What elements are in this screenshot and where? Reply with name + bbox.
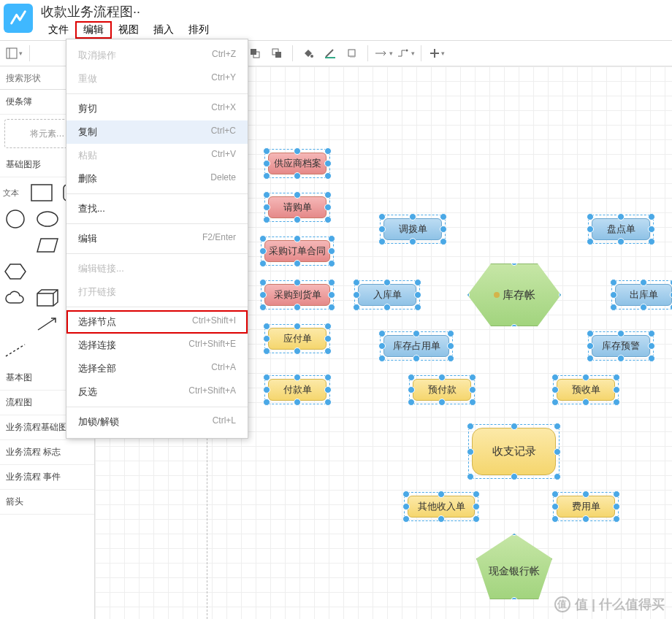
menu-item[interactable]: 删除Delete bbox=[66, 167, 248, 191]
menu-file[interactable]: 文件 bbox=[41, 22, 76, 38]
menu-item: 打开链接 bbox=[66, 280, 248, 304]
node-cash[interactable]: 现金银行帐 bbox=[476, 534, 552, 599]
menu-item[interactable]: 编辑F2/Enter bbox=[66, 227, 248, 250]
waypoint-dropdown[interactable] bbox=[396, 44, 415, 63]
node-inventory[interactable]: 库存帐 bbox=[467, 264, 561, 326]
watermark: 值值 | 什么值得买 bbox=[554, 596, 665, 613]
menu-edit[interactable]: 编辑 bbox=[76, 22, 111, 38]
node-payment[interactable]: 付款单 bbox=[268, 379, 327, 401]
node-otherin[interactable]: 其他收入单 bbox=[408, 496, 475, 518]
menu-item[interactable]: 反选Ctrl+Shift+A bbox=[66, 380, 248, 404]
edit-dropdown: 取消操作Ctrl+Z重做Ctrl+Y剪切Ctrl+X复制Ctrl+C粘贴Ctrl… bbox=[66, 39, 248, 439]
shape-rect[interactable] bbox=[29, 182, 54, 204]
toback-icon[interactable] bbox=[267, 44, 286, 63]
node-expense[interactable]: 费用单 bbox=[557, 496, 615, 518]
node-receipt[interactable]: 采购到货单 bbox=[264, 284, 330, 306]
menu-item[interactable]: 选择全部Ctrl+A bbox=[66, 357, 248, 380]
node-po[interactable]: 采购订单合同 bbox=[264, 240, 330, 262]
shape-parallelogram[interactable] bbox=[35, 234, 60, 256]
menu-insert[interactable]: 插入 bbox=[146, 22, 181, 38]
connection-dropdown[interactable] bbox=[374, 44, 393, 63]
node-occupy[interactable]: 库存占用单 bbox=[383, 335, 449, 357]
menu-arrange[interactable]: 排列 bbox=[181, 22, 216, 38]
menu-view[interactable]: 视图 bbox=[111, 22, 146, 38]
node-prereceipt[interactable]: 预收单 bbox=[557, 379, 615, 401]
fill-icon[interactable] bbox=[299, 44, 318, 63]
shape-dashline[interactable] bbox=[3, 339, 28, 361]
menu-item: 粘贴Ctrl+V bbox=[66, 144, 248, 167]
node-requisition[interactable]: 请购单 bbox=[268, 196, 327, 218]
shape-ellipse[interactable] bbox=[35, 208, 60, 230]
svg-point-12 bbox=[7, 210, 24, 228]
shape-hexagon[interactable] bbox=[3, 261, 28, 282]
node-outbound[interactable]: 出库单 bbox=[615, 284, 672, 306]
cat-5[interactable]: 箭头 bbox=[0, 490, 94, 515]
svg-rect-0 bbox=[7, 48, 17, 58]
node-payable[interactable]: 应付单 bbox=[268, 328, 327, 350]
svg-rect-10 bbox=[31, 185, 52, 201]
svg-point-6 bbox=[310, 55, 313, 58]
menu-item: 编辑链接... bbox=[66, 257, 248, 280]
app-logo bbox=[4, 4, 33, 33]
document-title[interactable]: 收款业务流程图·· bbox=[37, 0, 216, 22]
node-transfer[interactable]: 调拨单 bbox=[383, 218, 442, 240]
svg-point-13 bbox=[37, 212, 58, 226]
layout-dropdown[interactable] bbox=[4, 44, 23, 63]
node-warning[interactable]: 库存预警 bbox=[592, 335, 650, 357]
topbar: 收款业务流程图·· 文件 编辑 视图 插入 排列 bbox=[0, 0, 672, 40]
svg-rect-8 bbox=[348, 50, 355, 56]
menu-item[interactable]: 复制Ctrl+C bbox=[66, 120, 248, 144]
menu-item[interactable]: 剪切Ctrl+X bbox=[66, 97, 248, 120]
text-label: 文本 bbox=[3, 182, 22, 204]
node-count[interactable]: 盘点单 bbox=[592, 218, 650, 240]
menu-item: 取消操作Ctrl+Z bbox=[66, 44, 248, 67]
menu-item[interactable]: 选择连接Ctrl+Shift+E bbox=[66, 334, 248, 357]
shape-cube[interactable] bbox=[35, 287, 60, 309]
shape-circle[interactable] bbox=[3, 208, 28, 230]
node-prepay[interactable]: 预付款 bbox=[413, 379, 471, 401]
node-ledger[interactable]: 收支记录 bbox=[472, 428, 556, 475]
cat-4[interactable]: 业务流程 事件 bbox=[0, 465, 94, 490]
menubar: 文件 编辑 视图 插入 排列 bbox=[37, 22, 216, 38]
shape-arrow[interactable] bbox=[35, 313, 60, 335]
menu-item[interactable]: 选择节点Ctrl+Shift+I bbox=[66, 310, 248, 334]
node-supplier[interactable]: 供应商档案 bbox=[268, 153, 327, 174]
add-dropdown[interactable] bbox=[427, 44, 446, 63]
menu-item: 重做Ctrl+Y bbox=[66, 67, 248, 91]
node-inbound[interactable]: 入库单 bbox=[358, 284, 416, 306]
menu-item[interactable]: 加锁/解锁Ctrl+L bbox=[66, 410, 248, 434]
svg-rect-7 bbox=[325, 57, 335, 58]
shape-cloud[interactable] bbox=[3, 287, 28, 309]
svg-point-9 bbox=[405, 50, 408, 52]
stroke-icon[interactable] bbox=[321, 44, 340, 63]
cat-3[interactable]: 业务流程 标志 bbox=[0, 440, 94, 465]
menu-item[interactable]: 查找... bbox=[66, 197, 248, 220]
shadow-icon[interactable] bbox=[343, 44, 362, 63]
